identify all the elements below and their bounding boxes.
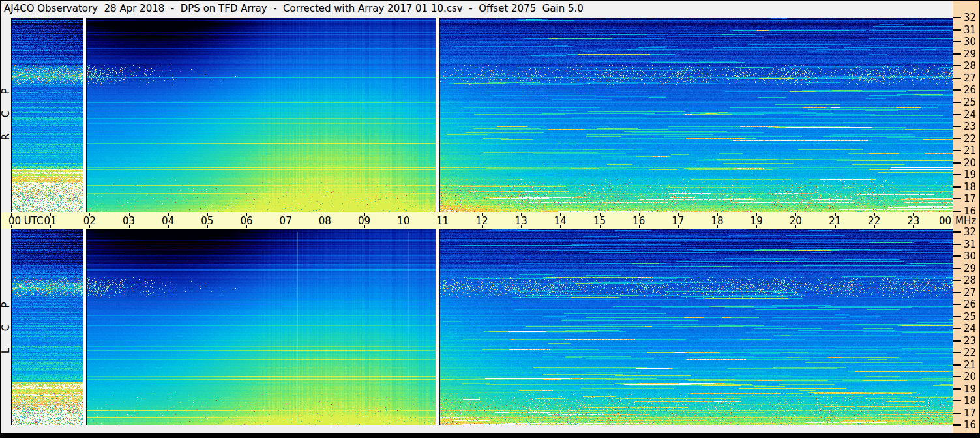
freq-tick (953, 340, 961, 342)
freq-tick (953, 41, 961, 42)
rcp-label-letter: R (0, 132, 12, 142)
freq-tick-label: 24 (964, 323, 976, 334)
freq-tick-label: 23 (964, 121, 976, 132)
freq-tick-label: 17 (964, 193, 976, 205)
time-tick-label: 02 (83, 215, 96, 227)
freq-tick-label: 25 (964, 96, 976, 108)
time-tick-label: 07 (280, 215, 292, 227)
freq-tick-label: 26 (964, 299, 976, 310)
time-tick-label: 04 (162, 215, 174, 227)
time-tick (953, 213, 953, 216)
time-tick-label: 23 (907, 215, 919, 227)
freq-tick-label: 31 (964, 24, 976, 36)
time-tick-label: 18 (711, 215, 723, 227)
freq-tick-label: 32 (964, 12, 976, 23)
freq-tick (953, 17, 961, 18)
freq-tick-label: 19 (964, 169, 976, 181)
freq-tick (953, 400, 961, 402)
time-tick (11, 213, 12, 216)
freq-tick (953, 89, 961, 91)
freq-tick-label: 21 (964, 359, 976, 371)
freq-tick (953, 292, 961, 293)
lcp-label-letter: L (0, 346, 12, 356)
freq-tick-label: 28 (964, 274, 976, 286)
freq-tick (953, 316, 961, 317)
freq-tick (953, 78, 961, 79)
freq-tick-label: 18 (964, 181, 976, 193)
freq-tick-label: 25 (964, 311, 976, 323)
freq-tick (953, 244, 961, 245)
freq-tick (953, 29, 961, 31)
freq-tick (953, 114, 961, 115)
freq-tick-label: 29 (964, 48, 976, 60)
time-tick-label: 01 (44, 215, 57, 227)
time-tick-label: 17 (672, 215, 684, 227)
time-tick-label: 16 (632, 215, 645, 227)
time-tick-label: 10 (397, 215, 409, 227)
freq-tick (953, 65, 961, 66)
dps-spectrograph-window: AJ4CO Observatory 28 Apr 2018 - DPS on T… (0, 0, 980, 438)
freq-tick-label: 30 (964, 36, 976, 48)
time-tick-label: 05 (201, 215, 213, 227)
freq-tick-label: 23 (964, 335, 976, 347)
time-tick (11, 225, 12, 228)
freq-tick (953, 198, 961, 199)
freq-tick (953, 186, 961, 188)
freq-tick-label: 32 (964, 226, 976, 238)
time-tick-label: 19 (750, 215, 763, 227)
freq-tick-label: 27 (964, 72, 976, 84)
page-title: AJ4CO Observatory 28 Apr 2018 - DPS on T… (4, 3, 584, 14)
rcp-label-letter: C (0, 110, 12, 119)
time-tick (953, 225, 953, 228)
freq-tick (953, 328, 961, 329)
freq-tick (953, 138, 961, 139)
freq-tick-label: 22 (964, 347, 976, 358)
window-bottom-border (1, 433, 979, 437)
lcp-label-letter: P (0, 300, 12, 310)
freq-tick (953, 102, 961, 103)
freq-tick (953, 352, 961, 353)
freq-tick-label: 31 (964, 239, 976, 250)
freq-tick (953, 162, 961, 164)
freq-tick (953, 150, 961, 151)
freq-tick-label: 26 (964, 84, 976, 96)
freq-tick (953, 174, 961, 175)
time-tick-label: 13 (515, 215, 527, 227)
time-tick-label: 06 (240, 215, 252, 227)
lcp-spectrogram-canvas (11, 229, 953, 425)
utc-start-label: 00 UTC (8, 215, 44, 227)
time-tick-label: 14 (554, 215, 567, 227)
freq-tick-label: 21 (964, 145, 976, 156)
freq-tick (953, 126, 961, 127)
time-tick-label: 09 (358, 215, 370, 227)
freq-tick (953, 256, 961, 257)
freq-tick-label: 29 (964, 263, 976, 274)
freq-tick-label: 27 (964, 287, 976, 299)
time-tick-label: 11 (436, 215, 449, 227)
freq-tick (953, 413, 961, 414)
freq-tick-label: 30 (964, 250, 976, 262)
freq-tick (953, 211, 961, 212)
freq-tick (953, 424, 961, 426)
title-bar: AJ4CO Observatory 28 Apr 2018 - DPS on T… (1, 1, 953, 17)
freq-tick (953, 388, 961, 390)
time-tick-label: 03 (123, 215, 135, 227)
time-tick-label: 21 (829, 215, 841, 227)
time-tick-label: 12 (475, 215, 488, 227)
freq-tick (953, 268, 961, 269)
freq-tick (953, 231, 961, 233)
freq-tick-label: 16 (964, 205, 976, 217)
freq-tick-label: 16 (964, 419, 976, 431)
lcp-label-letter: C (0, 323, 12, 333)
freq-tick-label: 18 (964, 395, 976, 407)
freq-tick (953, 280, 961, 281)
freq-tick-label: 22 (964, 133, 976, 145)
time-tick-label: 15 (593, 215, 606, 227)
freq-tick (953, 53, 961, 55)
freq-tick-label: 19 (964, 383, 976, 395)
time-end-label: 00 (925, 215, 951, 227)
freq-tick-label: 28 (964, 60, 976, 72)
time-tick-label: 20 (790, 215, 802, 227)
freq-tick (953, 304, 961, 305)
freq-tick-label: 24 (964, 109, 976, 121)
